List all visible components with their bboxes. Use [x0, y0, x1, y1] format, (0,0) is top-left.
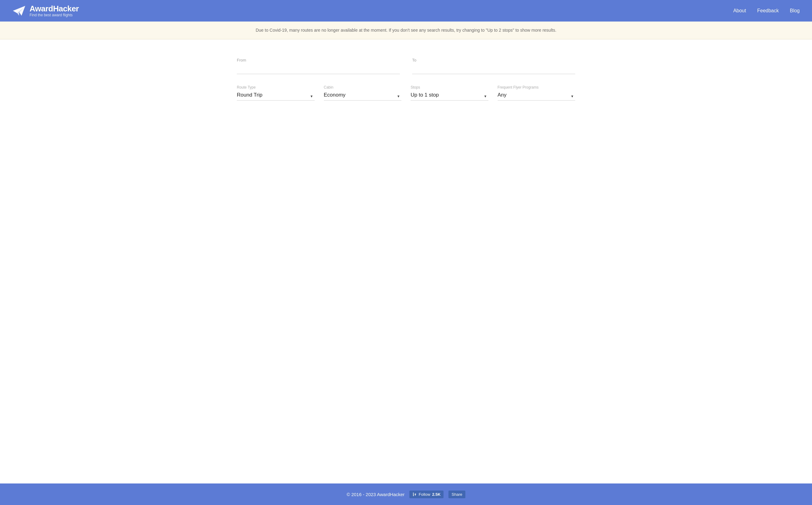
fb-follow-button[interactable]: Follow 2.5K: [410, 491, 444, 498]
logo-icon: [12, 5, 26, 16]
to-field: To: [412, 58, 575, 74]
logo-subtitle: Find the best award flights: [29, 13, 79, 17]
facebook-like-icon: [413, 492, 417, 496]
stops-label: Stops: [411, 85, 488, 90]
alert-banner: Due to Covid-19, many routes are no long…: [0, 21, 812, 39]
cabin-field: Cabin Economy Premium Economy Business F…: [324, 85, 402, 101]
location-row: From To: [237, 58, 575, 74]
cabin-select-wrapper: Economy Premium Economy Business First ▼: [324, 92, 402, 101]
fb-share-button[interactable]: Share: [449, 491, 465, 498]
from-field: From: [237, 58, 400, 74]
route-type-label: Route Type: [237, 85, 315, 90]
route-type-select-wrapper: Round Trip One Way ▼: [237, 92, 315, 101]
fb-share-label: Share: [452, 492, 462, 497]
from-label: From: [237, 58, 400, 62]
stops-select-wrapper: Nonstop only Up to 1 stop Up to 2 stops …: [411, 92, 488, 101]
fb-follow-count: 2.5K: [432, 492, 441, 497]
footer: © 2016 - 2023 AwardHacker Follow 2.5K Sh…: [0, 484, 812, 505]
nav-feedback[interactable]: Feedback: [757, 8, 779, 14]
nav: About Feedback Blog: [733, 8, 800, 14]
search-form: From To Route Type Round Trip One Way ▼: [237, 58, 575, 101]
cabin-label: Cabin: [324, 85, 402, 90]
main-content: From To Route Type Round Trip One Way ▼: [0, 39, 812, 484]
cabin-select[interactable]: Economy Premium Economy Business First: [324, 92, 402, 98]
ffp-label: Frequent Flyer Programs: [498, 85, 576, 90]
stops-select[interactable]: Nonstop only Up to 1 stop Up to 2 stops: [411, 92, 488, 98]
nav-about[interactable]: About: [733, 8, 746, 14]
route-type-field: Route Type Round Trip One Way ▼: [237, 85, 315, 101]
to-label: To: [412, 58, 575, 62]
logo[interactable]: AwardHacker Find the best award flights: [12, 4, 79, 17]
ffp-select-wrapper: Any ▼: [498, 92, 576, 101]
header: AwardHacker Find the best award flights …: [0, 0, 812, 21]
logo-title: AwardHacker: [29, 4, 79, 13]
fb-follow-label: Follow: [419, 492, 430, 497]
ffp-select[interactable]: Any: [498, 92, 576, 98]
footer-copyright: © 2016 - 2023 AwardHacker: [347, 492, 404, 497]
alert-text: Due to Covid-19, many routes are no long…: [12, 27, 800, 33]
dropdowns-row: Route Type Round Trip One Way ▼ Cabin Ec…: [237, 85, 575, 101]
stops-field: Stops Nonstop only Up to 1 stop Up to 2 …: [411, 85, 488, 101]
to-input[interactable]: [412, 65, 575, 74]
ffp-field: Frequent Flyer Programs Any ▼: [498, 85, 576, 101]
route-type-select[interactable]: Round Trip One Way: [237, 92, 315, 98]
nav-blog[interactable]: Blog: [790, 8, 800, 14]
from-input[interactable]: [237, 65, 400, 74]
logo-text-group: AwardHacker Find the best award flights: [29, 4, 79, 17]
